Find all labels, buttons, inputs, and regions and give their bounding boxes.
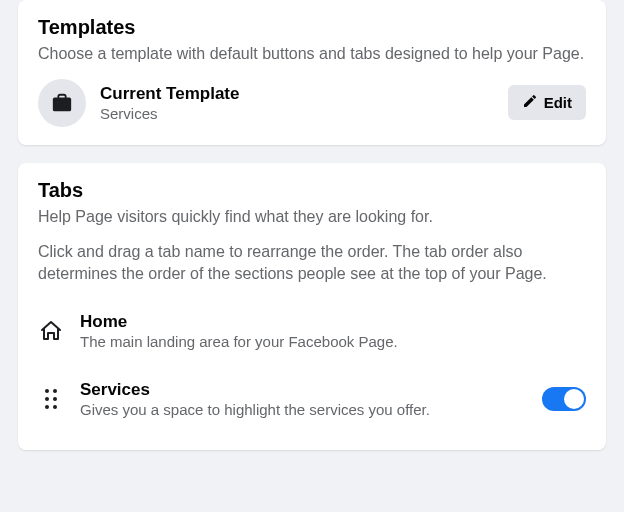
- toggle-knob: [564, 389, 584, 409]
- tabs-description-1: Help Page visitors quickly find what the…: [38, 206, 586, 228]
- tab-item-home: Home The main landing area for your Face…: [38, 302, 586, 364]
- tab-home-description: The main landing area for your Facebook …: [80, 333, 586, 350]
- templates-title: Templates: [38, 16, 586, 39]
- tab-home-title: Home: [80, 312, 586, 332]
- edit-template-button[interactable]: Edit: [508, 85, 586, 120]
- current-template-info: Current Template Services: [100, 84, 494, 122]
- tabs-section: Tabs Help Page visitors quickly find wha…: [18, 163, 606, 451]
- edit-button-label: Edit: [544, 94, 572, 111]
- tab-services-description: Gives you a space to highlight the servi…: [80, 401, 526, 418]
- tabs-description-2: Click and drag a tab name to rearrange t…: [38, 241, 586, 284]
- tab-home-text: Home The main landing area for your Face…: [80, 312, 586, 350]
- home-icon: [38, 319, 64, 343]
- tabs-title: Tabs: [38, 179, 586, 202]
- current-template-label: Current Template: [100, 84, 494, 104]
- current-template-value: Services: [100, 105, 494, 122]
- tab-services-text: Services Gives you a space to highlight …: [80, 380, 526, 418]
- tab-services-toggle[interactable]: [542, 387, 586, 411]
- drag-handle-icon[interactable]: [38, 389, 64, 409]
- tab-services-title: Services: [80, 380, 526, 400]
- svg-marker-2: [57, 101, 65, 107]
- templates-section: Templates Choose a template with default…: [18, 0, 606, 145]
- pencil-icon: [522, 93, 538, 112]
- tab-item-services[interactable]: Services Gives you a space to highlight …: [38, 364, 586, 432]
- current-template-row: Current Template Services Edit: [38, 79, 586, 127]
- templates-description: Choose a template with default buttons a…: [38, 43, 586, 65]
- briefcase-icon: [38, 79, 86, 127]
